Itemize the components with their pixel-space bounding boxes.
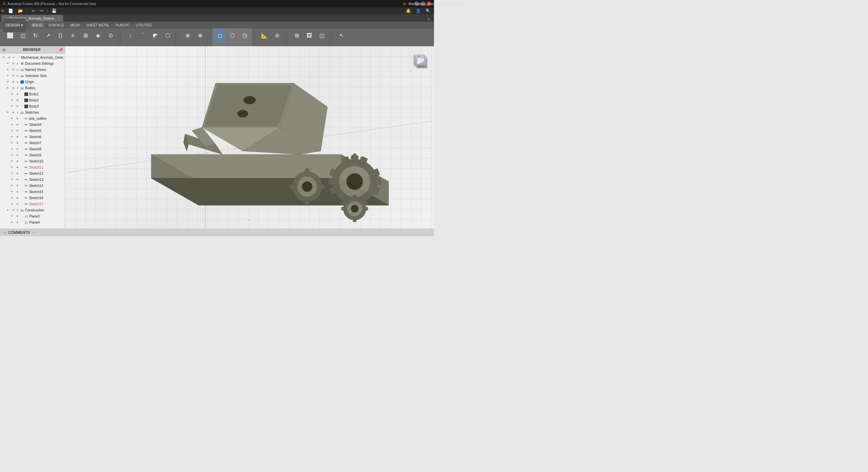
browser-toggle-icon[interactable]: ◁ <box>3 230 5 235</box>
tree-vis-origin[interactable]: 👁 <box>5 79 10 84</box>
hole-button[interactable]: ⊙ <box>104 29 117 42</box>
new-component-assemble-button[interactable]: ⊕ <box>181 29 194 42</box>
tangent-plane-button[interactable]: ◷ <box>239 29 251 42</box>
fillet-button[interactable]: ⌒ <box>137 29 149 42</box>
tab-close-button[interactable]: × <box>58 17 60 20</box>
tree-vis-sketch9[interactable]: 👁 <box>9 153 14 157</box>
tree-vis-plane4[interactable]: 👁 <box>9 220 14 225</box>
tree-vis-construction[interactable]: 👁 <box>5 208 10 212</box>
app-menu-icon[interactable]: ≡ <box>1 8 4 14</box>
tree-vis-pcb-outline[interactable]: 👁 <box>9 116 14 121</box>
browser-item-sketch8[interactable]: 👁◉ ✏Sketch8 <box>0 146 65 152</box>
tree-toggle-root[interactable]: ▾ <box>12 56 16 59</box>
tree-vis-sketch16[interactable]: 👁 <box>9 195 14 200</box>
sweep-button[interactable]: ↗ <box>42 29 54 42</box>
tree-toggle-origin[interactable]: ▸ <box>16 80 20 83</box>
tree-vis-bodies[interactable]: 👁 <box>5 86 10 90</box>
search-button[interactable]: 🔍 <box>423 8 433 14</box>
tree-vis-sketches[interactable]: 👁 <box>5 110 10 115</box>
browser-item-sketch5[interactable]: 👁◉ ✏Sketch5 <box>0 128 65 134</box>
revolve-button[interactable]: ↻ <box>29 29 41 42</box>
tree-vis-sketch6[interactable]: 👁 <box>9 134 14 139</box>
tree-toggle-doc-settings[interactable]: ▸ <box>16 62 20 65</box>
shell-button[interactable]: ⬡ <box>162 29 174 42</box>
browser-item-doc-settings[interactable]: 👁◉▸⚙Document Settings <box>0 60 65 67</box>
browser-item-construction[interactable]: 👁◉▾🗂Construction <box>0 207 65 213</box>
tab-utilities[interactable]: UTILITIES <box>133 23 155 28</box>
tree-vis-named-views[interactable]: 👁 <box>5 67 10 72</box>
tree-vis-root[interactable]: 👁 <box>1 55 6 60</box>
tab-plastic[interactable]: PLASTIC <box>113 23 133 28</box>
joint-button[interactable]: ⊗ <box>194 29 206 42</box>
tree-toggle-bodies[interactable]: ▾ <box>16 87 20 90</box>
new-component-button[interactable]: ⬜ <box>4 29 16 42</box>
web-button[interactable]: ⊞ <box>79 29 92 42</box>
tree-toggle-selection-sets[interactable]: ▸ <box>16 74 20 77</box>
tree-vis-sketch17[interactable]: 👁 <box>9 202 14 206</box>
tree-vis-body1[interactable]: 👁 <box>9 92 14 96</box>
browser-collapse-icon[interactable]: ◁ <box>2 48 5 52</box>
loft-button[interactable]: ⟨⟩ <box>54 29 66 42</box>
browser-item-sketch15[interactable]: 👁◉ ✏Sketch15 <box>0 189 65 195</box>
tab-mesh[interactable]: MESH <box>67 23 83 28</box>
tree-vis-sketch14[interactable]: 👁 <box>9 183 14 188</box>
browser-item-sketch14[interactable]: 👁◉ ✏Sketch14 <box>0 183 65 189</box>
tree-vis-doc-settings[interactable]: 👁 <box>5 61 10 66</box>
tree-vis-sketch11[interactable]: 👁 <box>9 165 14 170</box>
insert-canvas-button[interactable]: 🖼 <box>303 29 315 42</box>
browser-item-sketch13[interactable]: 👁◉ ✏Sketch13 <box>0 176 65 183</box>
browser-item-bodies[interactable]: 👁◉▾🗂Bodies <box>0 85 65 91</box>
browser-item-body3[interactable]: 👁◉ ⬛Body3 <box>0 103 65 109</box>
quick-access-new[interactable]: 📄 <box>6 8 15 14</box>
tree-vis-sketch12[interactable]: 👁 <box>9 171 14 176</box>
browser-item-sketch10[interactable]: 👁◉ ✏Sketch10 <box>0 158 65 164</box>
browser-item-sketch17[interactable]: 👁◉ ✏Sketch17 <box>0 201 65 207</box>
tree-vis-sketch8[interactable]: 👁 <box>9 147 14 151</box>
browser-item-root[interactable]: 👁◉▾📄Mechanical_Anomaly_Detect... <box>0 54 65 60</box>
browser-item-named-views[interactable]: 👁◉▸🗂Named Views <box>0 67 65 73</box>
offset-plane-button[interactable]: ◻ <box>214 29 226 42</box>
tree-vis-sketch10[interactable]: 👁 <box>9 159 14 164</box>
press-pull-button[interactable]: ↕ <box>124 29 136 42</box>
view-cube[interactable]: TOP RIGHT FRONT ⌂ <box>407 50 431 73</box>
tree-toggle-named-views[interactable]: ▸ <box>16 68 20 71</box>
tree-vis-body3[interactable]: 👁 <box>9 104 14 109</box>
tree-vis-sketch7[interactable]: 👁 <box>9 140 14 145</box>
emboss-button[interactable]: ◈ <box>92 29 104 42</box>
undo-button[interactable]: ↩ <box>29 8 37 14</box>
browser-item-sketch7[interactable]: 👁◉ ✏Sketch7 <box>0 140 65 146</box>
new-tab-button[interactable]: + <box>425 16 433 22</box>
tree-vis-selection-sets[interactable]: 👁 <box>5 73 10 78</box>
tab-solid[interactable]: SOLID <box>29 23 45 28</box>
extrude-button[interactable]: ◫ <box>17 29 29 42</box>
browser-item-sketch16[interactable]: 👁◉ ✏Sketch16 <box>0 195 65 201</box>
tab-sheet-metal[interactable]: SHEET METAL <box>83 23 112 28</box>
browser-item-sketch12[interactable]: 👁◉ ✏Sketch12 <box>0 170 65 176</box>
browser-item-pcb-outline[interactable]: 👁◉ ✏pcb_outline <box>0 115 65 121</box>
plane-at-angle-button[interactable]: ⬡ <box>226 29 238 42</box>
browser-item-sketch6[interactable]: 👁◉ ✏Sketch6 <box>0 134 65 140</box>
redo-button[interactable]: ↪ <box>38 8 45 14</box>
browser-item-body2[interactable]: 👁◉ ⬛Body2 <box>0 97 65 103</box>
tab-surface[interactable]: SURFACE <box>45 23 67 28</box>
quick-access-open[interactable]: 📂 <box>16 8 25 14</box>
chamfer-button[interactable]: ◤ <box>149 29 161 42</box>
notifications-button[interactable]: 🔔 <box>404 8 413 14</box>
save-button[interactable]: 💾 <box>50 8 59 14</box>
browser-item-sketch11[interactable]: 👁◉ ✏Sketch11 <box>0 164 65 170</box>
browser-item-sketches[interactable]: 👁◉▾🗂Sketches <box>0 109 65 115</box>
tree-vis-sketch5[interactable]: 👁 <box>9 128 14 133</box>
browser-item-body1[interactable]: 👁◉ ⬛Body1 <box>0 91 65 97</box>
insert-derive-button[interactable]: ⊞ <box>291 29 303 42</box>
tree-toggle-construction[interactable]: ▾ <box>16 209 20 212</box>
browser-item-selection-sets[interactable]: 👁◉▸🗂Selection Sets <box>0 73 65 79</box>
tree-vis-sketch15[interactable]: 👁 <box>9 189 14 194</box>
browser-item-origin[interactable]: 👁◉▸🔵Origin <box>0 79 65 85</box>
interference-button[interactable]: ⊘ <box>271 29 283 42</box>
browser-item-sketch4[interactable]: 👁◉ ✏Sketch4 <box>0 121 65 128</box>
viewport[interactable]: TOP RIGHT FRONT ⌂ + <box>65 46 434 229</box>
account-button[interactable]: 👤 <box>414 8 423 14</box>
tree-vis-body2[interactable]: 👁 <box>9 98 14 102</box>
browser-item-plane3[interactable]: 👁◉ ◻Plane3 <box>0 213 65 219</box>
browser-pin-button[interactable]: 📌 <box>59 48 63 52</box>
